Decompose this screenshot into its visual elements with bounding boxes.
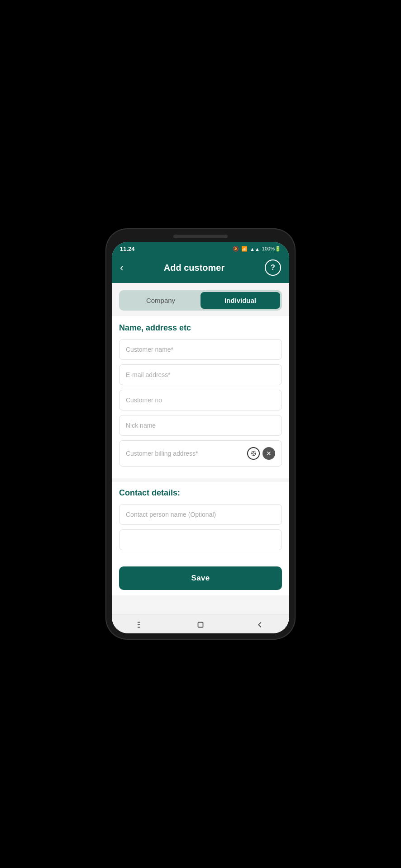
clear-address-icon[interactable]: ✕ [263,447,275,460]
save-area: Save [112,561,289,595]
help-button[interactable]: ? [265,259,281,276]
email-address-field[interactable] [119,364,282,385]
name-address-title: Name, address etc [119,323,282,333]
nick-name-field[interactable] [119,415,282,436]
customer-no-field[interactable] [119,390,282,410]
status-bar: 11.24 🔕 📶 ▲▲ 100%🔋 [112,242,289,255]
status-time: 11.24 [120,245,135,252]
email-address-input[interactable] [126,371,275,378]
phone-shell: 11.24 🔕 📶 ▲▲ 100%🔋 ‹ Add customer ? Comp… [105,228,296,640]
back-button[interactable]: ‹ [120,262,124,273]
nick-name-input[interactable] [126,422,275,429]
nav-home-icon[interactable] [196,620,205,630]
extra-contact-field[interactable] [119,529,282,550]
signal-icon: ▲▲ [250,246,260,252]
page-title: Add customer [164,263,224,273]
wifi-icon: 📶 [241,246,248,252]
save-button[interactable]: Save [119,566,282,590]
nav-back-icon[interactable] [255,620,265,630]
billing-address-field[interactable]: ✕ [119,440,282,467]
name-address-section: Name, address etc [112,316,289,478]
battery-icon: 100%🔋 [262,246,281,252]
contact-details-title: Contact details: [119,488,282,498]
phone-screen: 11.24 🔕 📶 ▲▲ 100%🔋 ‹ Add customer ? Comp… [112,242,289,633]
contact-name-field[interactable] [119,504,282,525]
billing-address-icons: ✕ [247,447,275,460]
contact-details-section: Contact details: [112,482,289,561]
type-toggle: Company Individual [119,290,282,311]
nav-menu-icon[interactable] [136,620,146,630]
tab-company[interactable]: Company [121,292,200,309]
contact-name-input[interactable] [126,511,275,518]
customer-name-field[interactable] [119,339,282,360]
customer-no-input[interactable] [126,396,275,404]
phone-notch [173,235,228,238]
customer-name-input[interactable] [126,346,275,353]
mute-icon: 🔕 [233,246,239,252]
tab-individual[interactable]: Individual [200,292,280,309]
content-area: Company Individual Name, address etc [112,283,289,614]
nav-bar [112,614,289,633]
location-target-icon[interactable] [247,447,260,460]
extra-contact-input[interactable] [126,536,275,543]
status-icons: 🔕 📶 ▲▲ 100%🔋 [233,246,281,252]
svg-rect-9 [198,623,203,627]
billing-address-input[interactable] [126,450,247,457]
svg-point-0 [253,453,254,454]
header: ‹ Add customer ? [112,255,289,283]
